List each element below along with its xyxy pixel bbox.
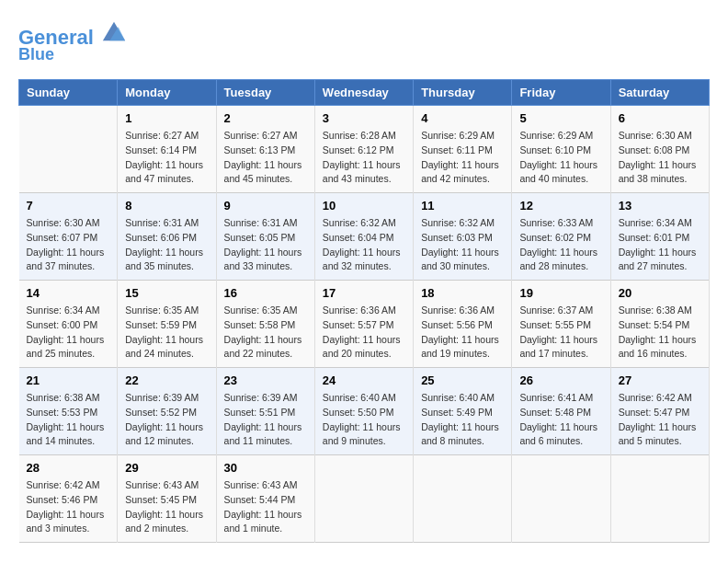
day-number: 26 (519, 373, 602, 387)
calendar-cell: 22Sunrise: 6:39 AM Sunset: 5:52 PM Dayli… (118, 368, 216, 455)
day-info: Sunrise: 6:43 AM Sunset: 5:44 PM Dayligh… (224, 478, 307, 536)
day-number: 23 (224, 373, 307, 387)
calendar-cell: 24Sunrise: 6:40 AM Sunset: 5:50 PM Dayli… (314, 368, 413, 455)
calendar-cell: 5Sunrise: 6:29 AM Sunset: 6:10 PM Daylig… (512, 106, 610, 193)
calendar-week-row: 14Sunrise: 6:34 AM Sunset: 6:00 PM Dayli… (19, 281, 710, 368)
calendar-week-row: 21Sunrise: 6:38 AM Sunset: 5:53 PM Dayli… (19, 368, 710, 455)
day-number: 2 (224, 111, 307, 125)
day-number: 16 (224, 286, 307, 300)
calendar-cell: 26Sunrise: 6:41 AM Sunset: 5:48 PM Dayli… (512, 368, 610, 455)
day-info: Sunrise: 6:40 AM Sunset: 5:49 PM Dayligh… (421, 391, 504, 449)
weekday-header-friday: Friday (512, 80, 610, 106)
calendar-cell: 20Sunrise: 6:38 AM Sunset: 5:54 PM Dayli… (610, 281, 709, 368)
day-info: Sunrise: 6:38 AM Sunset: 5:53 PM Dayligh… (27, 391, 110, 449)
day-number: 9 (224, 199, 307, 213)
day-number: 10 (323, 199, 405, 213)
day-info: Sunrise: 6:38 AM Sunset: 5:54 PM Dayligh… (619, 304, 701, 362)
calendar-table: SundayMondayTuesdayWednesdayThursdayFrid… (18, 79, 710, 543)
day-info: Sunrise: 6:27 AM Sunset: 6:14 PM Dayligh… (125, 129, 208, 187)
weekday-header-monday: Monday (118, 80, 216, 106)
weekday-header-row: SundayMondayTuesdayWednesdayThursdayFrid… (19, 80, 710, 106)
calendar-cell: 6Sunrise: 6:30 AM Sunset: 6:08 PM Daylig… (610, 106, 709, 193)
page-header: General Blue (18, 18, 710, 64)
day-number: 8 (125, 199, 208, 213)
calendar-cell: 28Sunrise: 6:42 AM Sunset: 5:46 PM Dayli… (19, 455, 118, 543)
calendar-cell: 27Sunrise: 6:42 AM Sunset: 5:47 PM Dayli… (610, 368, 709, 455)
day-number: 30 (224, 461, 307, 475)
calendar-cell: 16Sunrise: 6:35 AM Sunset: 5:58 PM Dayli… (216, 281, 314, 368)
day-number: 25 (421, 373, 504, 387)
day-info: Sunrise: 6:33 AM Sunset: 6:02 PM Dayligh… (519, 216, 602, 274)
calendar-cell: 18Sunrise: 6:36 AM Sunset: 5:56 PM Dayli… (414, 281, 512, 368)
day-number: 1 (125, 111, 208, 125)
day-info: Sunrise: 6:39 AM Sunset: 5:51 PM Dayligh… (224, 391, 307, 449)
calendar-cell: 13Sunrise: 6:34 AM Sunset: 6:01 PM Dayli… (610, 193, 709, 281)
day-number: 15 (125, 286, 208, 300)
day-info: Sunrise: 6:34 AM Sunset: 6:01 PM Dayligh… (619, 216, 701, 274)
weekday-header-saturday: Saturday (610, 80, 709, 106)
day-number: 3 (323, 111, 405, 125)
day-info: Sunrise: 6:42 AM Sunset: 5:47 PM Dayligh… (619, 391, 701, 449)
calendar-cell: 15Sunrise: 6:35 AM Sunset: 5:59 PM Dayli… (118, 281, 216, 368)
day-number: 19 (519, 286, 602, 300)
day-info: Sunrise: 6:43 AM Sunset: 5:45 PM Dayligh… (125, 478, 208, 536)
logo: General Blue (18, 18, 127, 64)
calendar-cell: 19Sunrise: 6:37 AM Sunset: 5:55 PM Dayli… (512, 281, 610, 368)
calendar-cell (512, 455, 610, 543)
day-info: Sunrise: 6:39 AM Sunset: 5:52 PM Dayligh… (125, 391, 208, 449)
day-info: Sunrise: 6:30 AM Sunset: 6:08 PM Dayligh… (619, 129, 701, 187)
weekday-header-tuesday: Tuesday (216, 80, 314, 106)
calendar-cell: 4Sunrise: 6:29 AM Sunset: 6:11 PM Daylig… (414, 106, 512, 193)
calendar-cell: 9Sunrise: 6:31 AM Sunset: 6:05 PM Daylig… (216, 193, 314, 281)
calendar-week-row: 7Sunrise: 6:30 AM Sunset: 6:07 PM Daylig… (19, 193, 710, 281)
day-number: 11 (421, 199, 504, 213)
day-number: 12 (519, 199, 602, 213)
day-number: 14 (27, 286, 110, 300)
day-info: Sunrise: 6:27 AM Sunset: 6:13 PM Dayligh… (224, 129, 307, 187)
calendar-cell (414, 455, 512, 543)
calendar-cell: 2Sunrise: 6:27 AM Sunset: 6:13 PM Daylig… (216, 106, 314, 193)
calendar-cell: 11Sunrise: 6:32 AM Sunset: 6:03 PM Dayli… (414, 193, 512, 281)
day-number: 6 (619, 111, 701, 125)
calendar-week-row: 28Sunrise: 6:42 AM Sunset: 5:46 PM Dayli… (19, 455, 710, 543)
day-number: 7 (27, 199, 110, 213)
calendar-cell: 25Sunrise: 6:40 AM Sunset: 5:49 PM Dayli… (414, 368, 512, 455)
calendar-cell (314, 455, 413, 543)
calendar-cell: 8Sunrise: 6:31 AM Sunset: 6:06 PM Daylig… (118, 193, 216, 281)
day-info: Sunrise: 6:29 AM Sunset: 6:10 PM Dayligh… (519, 129, 602, 187)
logo-icon (101, 18, 127, 44)
day-number: 20 (619, 286, 701, 300)
calendar-cell (19, 106, 118, 193)
day-info: Sunrise: 6:28 AM Sunset: 6:12 PM Dayligh… (323, 129, 405, 187)
calendar-cell: 17Sunrise: 6:36 AM Sunset: 5:57 PM Dayli… (314, 281, 413, 368)
day-info: Sunrise: 6:35 AM Sunset: 5:58 PM Dayligh… (224, 304, 307, 362)
calendar-cell: 29Sunrise: 6:43 AM Sunset: 5:45 PM Dayli… (118, 455, 216, 543)
day-number: 17 (323, 286, 405, 300)
day-number: 27 (619, 373, 701, 387)
day-number: 18 (421, 286, 504, 300)
day-info: Sunrise: 6:36 AM Sunset: 5:56 PM Dayligh… (421, 304, 504, 362)
day-info: Sunrise: 6:32 AM Sunset: 6:04 PM Dayligh… (323, 216, 405, 274)
day-number: 21 (27, 373, 110, 387)
day-number: 29 (125, 461, 208, 475)
calendar-week-row: 1Sunrise: 6:27 AM Sunset: 6:14 PM Daylig… (19, 106, 710, 193)
calendar-cell: 10Sunrise: 6:32 AM Sunset: 6:04 PM Dayli… (314, 193, 413, 281)
calendar-cell: 12Sunrise: 6:33 AM Sunset: 6:02 PM Dayli… (512, 193, 610, 281)
day-number: 24 (323, 373, 405, 387)
day-info: Sunrise: 6:31 AM Sunset: 6:05 PM Dayligh… (224, 216, 307, 274)
calendar-cell: 3Sunrise: 6:28 AM Sunset: 6:12 PM Daylig… (314, 106, 413, 193)
calendar-cell: 14Sunrise: 6:34 AM Sunset: 6:00 PM Dayli… (19, 281, 118, 368)
day-info: Sunrise: 6:42 AM Sunset: 5:46 PM Dayligh… (27, 478, 110, 536)
day-number: 22 (125, 373, 208, 387)
day-info: Sunrise: 6:41 AM Sunset: 5:48 PM Dayligh… (519, 391, 602, 449)
day-info: Sunrise: 6:40 AM Sunset: 5:50 PM Dayligh… (323, 391, 405, 449)
day-info: Sunrise: 6:32 AM Sunset: 6:03 PM Dayligh… (421, 216, 504, 274)
calendar-cell: 1Sunrise: 6:27 AM Sunset: 6:14 PM Daylig… (118, 106, 216, 193)
day-number: 28 (27, 461, 110, 475)
day-number: 4 (421, 111, 504, 125)
day-info: Sunrise: 6:35 AM Sunset: 5:59 PM Dayligh… (125, 304, 208, 362)
weekday-header-wednesday: Wednesday (314, 80, 413, 106)
weekday-header-sunday: Sunday (19, 80, 118, 106)
calendar-cell: 21Sunrise: 6:38 AM Sunset: 5:53 PM Dayli… (19, 368, 118, 455)
day-info: Sunrise: 6:34 AM Sunset: 6:00 PM Dayligh… (27, 304, 110, 362)
